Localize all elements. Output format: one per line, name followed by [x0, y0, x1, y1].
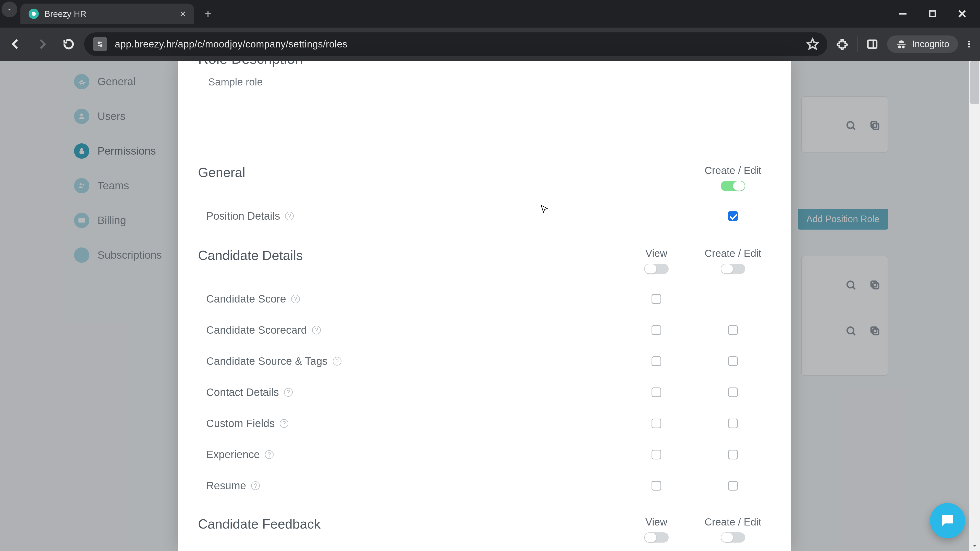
role-description-heading: Role Description [198, 61, 771, 67]
toolbar-divider [857, 37, 858, 52]
checkbox-view[interactable] [652, 450, 661, 459]
site-info-icon[interactable] [93, 37, 107, 51]
browser-menu-button[interactable] [963, 40, 975, 48]
help-icon[interactable]: ? [265, 450, 274, 459]
vertical-scrollbar[interactable] [969, 61, 980, 551]
help-icon[interactable]: ? [285, 212, 294, 221]
browser-toolbar: app.breezy.hr/app/c/moodjoy/company/sett… [0, 27, 980, 61]
checkbox-view[interactable] [652, 419, 661, 428]
perm-row-contact-details: Contact Details? [198, 386, 771, 399]
page-viewport: General Users Permissions Teams Billing … [0, 61, 980, 551]
checkbox-view[interactable] [652, 387, 661, 397]
view-master-toggle[interactable] [644, 532, 669, 543]
perm-row-candidate-source-tags: Candidate Source & Tags? [198, 355, 771, 367]
column-create-edit: Create / Edit [695, 165, 771, 191]
create-edit-master-toggle[interactable] [721, 181, 745, 191]
svg-point-13 [968, 43, 970, 45]
help-icon[interactable]: ? [312, 326, 321, 334]
svg-point-14 [968, 46, 970, 48]
help-icon[interactable]: ? [333, 357, 342, 365]
window-maximize-button[interactable] [925, 6, 940, 21]
role-description-value[interactable]: Sample role [198, 76, 771, 88]
window-minimize-button[interactable] [895, 6, 911, 21]
nav-back-button[interactable] [5, 33, 27, 55]
perm-row-custom-fields: Custom Fields? [198, 417, 771, 430]
perm-row-candidate-score: Candidate Score? [198, 293, 771, 305]
svg-rect-10 [868, 40, 877, 48]
permissions-modal: Role Description Sample role General Cre… [178, 61, 791, 551]
browser-titlebar: Breezy HR × + [0, 0, 980, 27]
side-panel-icon[interactable] [862, 34, 883, 54]
perm-row-candidate-scorecard: Candidate Scorecard? [198, 324, 771, 336]
svg-point-12 [968, 41, 970, 43]
column-create-edit: Create / Edit [695, 516, 771, 543]
checkbox-create-edit[interactable] [728, 325, 738, 335]
mouse-cursor-icon [540, 205, 549, 214]
view-master-toggle[interactable] [644, 264, 669, 274]
new-tab-button[interactable]: + [199, 5, 217, 22]
incognito-icon [896, 38, 907, 50]
checkbox-create-edit[interactable] [728, 450, 738, 459]
scroll-down-arrow-icon[interactable] [969, 541, 980, 551]
tab-title: Breezy HR [45, 9, 174, 19]
checkbox-create-edit[interactable] [728, 211, 738, 221]
address-bar[interactable]: app.breezy.hr/app/c/moodjoy/company/sett… [84, 32, 827, 56]
svg-rect-2 [930, 11, 935, 17]
section-title: Candidate Details [198, 248, 618, 263]
nav-reload-button[interactable] [58, 33, 80, 55]
perm-row-resume: Resume? [198, 480, 771, 492]
help-icon[interactable]: ? [284, 388, 293, 397]
scrollbar-thumb[interactable] [970, 61, 979, 104]
tab-search-dropdown[interactable] [2, 2, 18, 17]
intercom-chat-button[interactable] [930, 503, 965, 538]
window-controls [895, 0, 980, 21]
create-edit-master-toggle[interactable] [721, 264, 745, 274]
incognito-label: Incognito [912, 39, 950, 49]
perm-section-candidate-details: Candidate Details View Create / Edit Can… [198, 248, 771, 492]
checkbox-view[interactable] [652, 294, 661, 304]
checkbox-view[interactable] [652, 325, 661, 335]
help-icon[interactable]: ? [291, 295, 300, 303]
perm-section-general: General Create / Edit Position Details? [198, 165, 771, 222]
incognito-chip[interactable]: Incognito [887, 35, 958, 53]
url-text: app.breezy.hr/app/c/moodjoy/company/sett… [115, 39, 799, 50]
help-icon[interactable]: ? [251, 481, 260, 490]
column-create-edit: Create / Edit [695, 248, 771, 274]
section-title: Candidate Feedback [198, 516, 618, 532]
extensions-icon[interactable] [832, 34, 853, 54]
perm-section-candidate-feedback: Candidate Feedback View Create / Edit [198, 516, 771, 543]
window-close-button[interactable] [955, 6, 970, 21]
svg-point-0 [32, 12, 36, 16]
checkbox-create-edit[interactable] [728, 387, 738, 397]
section-title: General [198, 165, 695, 180]
checkbox-create-edit[interactable] [728, 419, 738, 428]
svg-marker-9 [808, 39, 818, 49]
tab-close-icon[interactable]: × [180, 9, 186, 19]
tab-favicon-icon [29, 9, 39, 19]
bookmark-star-icon[interactable] [807, 38, 819, 51]
checkbox-view[interactable] [652, 481, 661, 491]
browser-tab-active[interactable]: Breezy HR × [21, 3, 194, 24]
help-icon[interactable]: ? [280, 419, 288, 428]
checkbox-create-edit[interactable] [728, 356, 738, 366]
column-view: View [618, 516, 695, 543]
create-edit-master-toggle[interactable] [721, 532, 745, 543]
checkbox-view[interactable] [652, 356, 661, 366]
perm-row-position-details: Position Details? [198, 210, 771, 222]
checkbox-create-edit[interactable] [728, 481, 738, 491]
nav-forward-button[interactable] [31, 33, 53, 55]
column-view: View [618, 248, 695, 274]
perm-row-experience: Experience? [198, 448, 771, 461]
